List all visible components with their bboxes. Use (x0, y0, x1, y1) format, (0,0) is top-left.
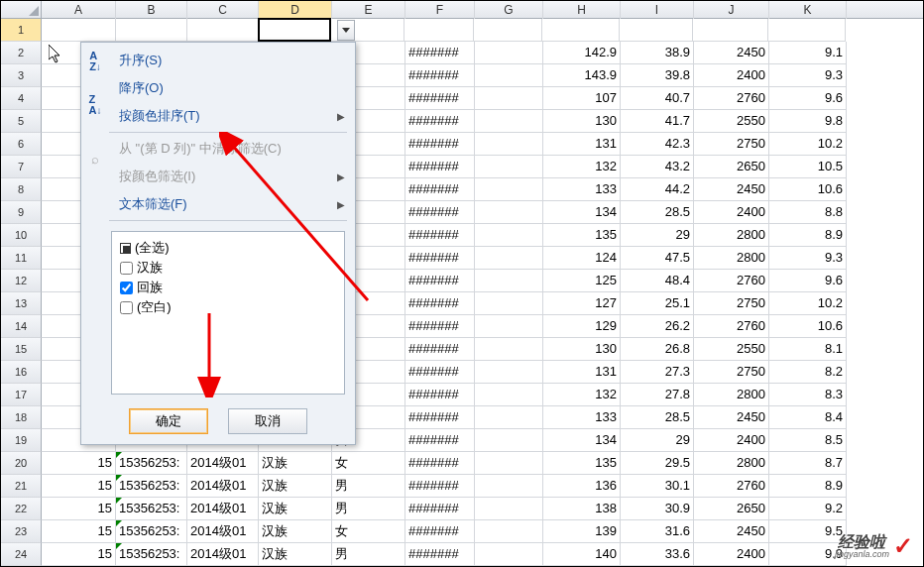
cell[interactable]: 9.6 (769, 87, 847, 110)
cell[interactable] (475, 384, 543, 406)
cell[interactable] (475, 498, 543, 520)
cell[interactable]: 2750 (694, 361, 769, 384)
row-header-23[interactable]: 23 (1, 520, 42, 543)
cell[interactable]: 8.7 (769, 452, 847, 475)
col-header-J[interactable]: J (694, 1, 769, 19)
cell[interactable]: 38.9 (621, 42, 694, 64)
cell[interactable]: 30.1 (621, 475, 694, 498)
cell[interactable]: 15356253: (116, 475, 187, 498)
cell[interactable] (475, 315, 543, 338)
cell[interactable]: 15 (42, 520, 116, 543)
menu-sort-desc[interactable]: 降序(O) (109, 74, 355, 102)
cell[interactable]: 2400 (694, 429, 769, 452)
cell[interactable]: 8.2 (769, 361, 847, 384)
cell[interactable]: 135 (543, 224, 621, 247)
cell[interactable]: 40.7 (621, 87, 694, 110)
cell[interactable]: ####### (405, 156, 475, 178)
cell[interactable]: ####### (405, 498, 475, 520)
cell[interactable]: 男 (332, 498, 405, 520)
cell[interactable]: 2014级01 (187, 520, 259, 543)
cell[interactable]: 10.6 (769, 178, 847, 201)
row-header-24[interactable]: 24 (1, 543, 42, 566)
cell[interactable]: ####### (405, 292, 475, 315)
cell[interactable]: 9.1 (769, 42, 847, 64)
cell[interactable] (475, 361, 543, 384)
row-header-4[interactable]: 4 (1, 87, 42, 110)
cell[interactable]: 41.7 (621, 110, 694, 133)
ok-button[interactable]: 确定 (129, 408, 208, 434)
cell[interactable] (116, 19, 187, 42)
cell[interactable] (475, 247, 543, 270)
cell[interactable]: 15 (42, 498, 116, 520)
row-header-2[interactable]: 2 (1, 42, 42, 64)
col-header-H[interactable]: H (543, 1, 621, 19)
cell[interactable]: 29 (621, 429, 694, 452)
cell[interactable] (542, 19, 620, 42)
cell[interactable] (475, 156, 543, 178)
col-header-I[interactable]: I (621, 1, 694, 19)
cell[interactable] (404, 19, 474, 42)
cell[interactable]: 125 (543, 270, 621, 292)
cell[interactable]: 28.5 (621, 201, 694, 224)
cell[interactable]: 130 (543, 338, 621, 361)
checkbox-item-1[interactable]: 汉族 (118, 258, 338, 278)
cell[interactable]: 2014级01 (187, 452, 259, 475)
cell[interactable]: 134 (543, 429, 621, 452)
cell[interactable]: ####### (405, 87, 475, 110)
cell[interactable]: ####### (405, 475, 475, 498)
menu-sort-by-color[interactable]: 按颜色排序(T) ▶ (109, 102, 355, 130)
cell[interactable]: ####### (405, 338, 475, 361)
row-header-5[interactable]: 5 (1, 110, 42, 133)
cell[interactable]: 136 (543, 475, 621, 498)
cell[interactable]: 133 (543, 178, 621, 201)
cell[interactable]: 2014级01 (187, 498, 259, 520)
cell[interactable]: 26.8 (621, 338, 694, 361)
row-header-20[interactable]: 20 (1, 452, 42, 475)
cell[interactable]: ####### (405, 520, 475, 543)
cell[interactable]: 9.3 (769, 247, 847, 270)
cell[interactable]: ####### (405, 178, 475, 201)
cell[interactable]: 132 (543, 156, 621, 178)
cell[interactable] (258, 18, 331, 42)
cell[interactable]: 汉族 (259, 475, 332, 498)
filter-dropdown-button[interactable] (337, 20, 355, 41)
cell[interactable] (768, 19, 846, 42)
row-header-8[interactable]: 8 (1, 178, 42, 201)
cell[interactable]: 29 (621, 224, 694, 247)
row-header-9[interactable]: 9 (1, 201, 42, 224)
cell[interactable]: 汉族 (259, 543, 332, 566)
cell[interactable]: 134 (543, 201, 621, 224)
cell[interactable] (693, 19, 768, 42)
cell[interactable]: 129 (543, 315, 621, 338)
cell[interactable]: 26.2 (621, 315, 694, 338)
cell[interactable]: ####### (405, 64, 475, 87)
cell[interactable]: 2014级01 (187, 543, 259, 566)
cell[interactable]: 15 (42, 452, 116, 475)
cell[interactable] (42, 19, 116, 42)
cell[interactable]: ####### (405, 384, 475, 406)
row-header-16[interactable]: 16 (1, 361, 42, 384)
cell[interactable]: 139 (543, 520, 621, 543)
row-header-6[interactable]: 6 (1, 133, 42, 156)
cell[interactable]: ####### (405, 361, 475, 384)
cell[interactable]: 9.6 (769, 270, 847, 292)
select-all-corner[interactable] (1, 1, 42, 19)
cell[interactable] (475, 201, 543, 224)
cell[interactable]: 女 (332, 520, 405, 543)
cell[interactable]: 31.6 (621, 520, 694, 543)
cell[interactable]: 汉族 (259, 498, 332, 520)
cell[interactable]: ####### (405, 247, 475, 270)
cell[interactable]: 2014级01 (187, 475, 259, 498)
cell[interactable] (475, 475, 543, 498)
cell[interactable]: 2550 (694, 110, 769, 133)
cell[interactable]: 27.8 (621, 384, 694, 406)
row-header-14[interactable]: 14 (1, 315, 42, 338)
cell[interactable] (475, 224, 543, 247)
cell[interactable]: 15356253: (116, 452, 187, 475)
cell[interactable]: 10.2 (769, 133, 847, 156)
cell[interactable]: 2760 (694, 270, 769, 292)
cell[interactable]: 2760 (694, 315, 769, 338)
checkbox-item-2[interactable]: 回族 (118, 278, 338, 297)
col-header-C[interactable]: C (187, 1, 259, 19)
cell[interactable]: 133 (543, 406, 621, 429)
